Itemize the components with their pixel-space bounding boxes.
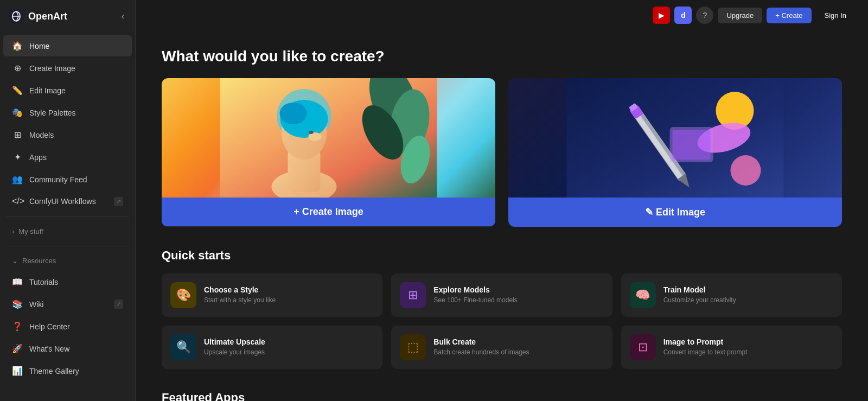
ultimate-upscale-icon: 🔍	[170, 334, 196, 360]
create-image-illustration	[162, 78, 495, 198]
sidebar-item-home-label: Home	[29, 42, 49, 50]
theme-gallery-icon: 📊	[12, 366, 23, 376]
image-to-prompt-text: Image to Prompt Convert image to text pr…	[663, 338, 748, 357]
youtube-button[interactable]: ▶	[653, 7, 670, 24]
edit-image-action-label: ✎ Edit Image	[645, 206, 705, 218]
discord-icon: d	[681, 11, 686, 20]
page-title: What would you like to create?	[162, 48, 842, 65]
sidebar-collapse-button[interactable]: ‹	[119, 9, 126, 23]
sidebar-item-tutorials[interactable]: 📖 Tutorials	[3, 271, 132, 292]
sidebar-item-home[interactable]: 🏠 Home	[3, 35, 132, 56]
edit-image-card[interactable]: ✎ Edit Image	[508, 78, 842, 227]
ultimate-upscale-text: Ultimate Upscale Upscale your images	[204, 338, 265, 357]
quickstart-bulk-create[interactable]: ⬚ Bulk Create Batch create hundreds of i…	[391, 326, 612, 369]
image-to-prompt-desc: Convert image to text prompt	[663, 348, 748, 357]
wiki-external-icon: ↗	[114, 300, 123, 309]
sidebar-item-community-feed-label: Community Feed	[29, 175, 87, 184]
resources-label: Resources	[22, 257, 56, 265]
edit-image-preview	[508, 78, 842, 198]
create-image-card[interactable]: + Create Image	[162, 78, 495, 227]
svg-rect-24	[673, 130, 711, 160]
explore-models-text: Explore Models See 100+ Fine-tuned model…	[433, 285, 517, 305]
my-stuff-section[interactable]: › My stuff	[3, 222, 132, 241]
create-image-action[interactable]: + Create Image	[162, 198, 495, 226]
quickstart-grid: 🎨 Choose a Style Start with a style you …	[162, 273, 842, 369]
sidebar-item-models-label: Models	[29, 131, 54, 139]
bulk-create-desc: Batch create hundreds of images	[433, 348, 529, 357]
image-to-prompt-icon: ⊡	[630, 334, 656, 360]
comfyui-icon: </>	[12, 196, 23, 206]
sidebar-item-tutorials-label: Tutorials	[29, 278, 58, 287]
sidebar-item-theme-gallery[interactable]: 📊 Theme Gallery	[3, 360, 132, 381]
bulk-create-icon: ⬚	[400, 334, 426, 360]
choose-style-icon: 🎨	[170, 282, 196, 308]
my-stuff-chevron: ›	[12, 227, 14, 235]
svg-point-22	[731, 155, 761, 186]
sidebar-item-help-label: Help Center	[29, 322, 70, 331]
ultimate-upscale-desc: Upscale your images	[204, 348, 265, 357]
quickstart-choose-style[interactable]: 🎨 Choose a Style Start with a style you …	[162, 273, 382, 317]
help-button[interactable]: ?	[696, 7, 713, 24]
youtube-icon: ▶	[659, 11, 665, 20]
community-feed-icon: 👥	[12, 174, 23, 184]
sidebar-nav: 🏠 Home ⊕ Create Image ✏️ Edit Image 🎭 St…	[0, 33, 135, 401]
help-center-icon: ❓	[12, 321, 23, 332]
sidebar-item-comfyui-workflows[interactable]: </> ComfyUI Workflows ↗	[3, 191, 132, 212]
quickstart-image-to-prompt[interactable]: ⊡ Image to Prompt Convert image to text …	[621, 326, 842, 369]
sidebar-item-style-palettes-label: Style Palettes	[29, 109, 76, 117]
choose-style-title: Choose a Style	[204, 285, 276, 294]
signin-button[interactable]: Sign In	[816, 8, 855, 23]
create-image-icon: ⊕	[12, 63, 23, 73]
page-wrapper: ▶ d ? Upgrade + Create Sign In What woul…	[136, 0, 868, 401]
create-image-background	[162, 78, 495, 198]
sidebar-item-apps[interactable]: ✦ Apps	[3, 147, 132, 168]
create-button[interactable]: + Create	[767, 8, 811, 23]
quickstart-ultimate-upscale[interactable]: 🔍 Ultimate Upscale Upscale your images	[162, 326, 382, 369]
sidebar-item-wiki-label: Wiki	[29, 300, 43, 309]
image-to-prompt-title: Image to Prompt	[663, 338, 748, 346]
divider-2	[7, 246, 129, 246]
sidebar-item-create-image[interactable]: ⊕ Create Image	[3, 58, 132, 79]
featured-apps-title: Featured Apps	[162, 391, 842, 401]
train-model-text: Train Model Customize your creativity	[663, 285, 736, 305]
sidebar-item-edit-image[interactable]: ✏️ Edit Image	[3, 80, 132, 101]
svg-point-9	[309, 131, 314, 134]
tutorials-icon: 📖	[12, 277, 23, 287]
train-model-title: Train Model	[663, 285, 736, 294]
resources-chevron: ⌄	[12, 257, 18, 265]
choose-style-desc: Start with a style you like	[204, 296, 276, 305]
explore-models-icon: ⊞	[400, 282, 426, 308]
train-model-icon: 🧠	[630, 282, 656, 308]
home-icon: 🏠	[12, 41, 23, 51]
explore-models-desc: See 100+ Fine-tuned models	[433, 296, 517, 305]
upgrade-button[interactable]: Upgrade	[718, 8, 762, 23]
sidebar-item-apps-label: Apps	[29, 153, 47, 162]
edit-image-action[interactable]: ✎ Edit Image	[508, 198, 842, 227]
quickstart-train-model[interactable]: 🧠 Train Model Customize your creativity	[621, 273, 842, 317]
resources-section[interactable]: ⌄ Resources	[3, 251, 132, 270]
svg-point-7	[280, 103, 307, 124]
sidebar-item-community-feed[interactable]: 👥 Community Feed	[3, 169, 132, 190]
sidebar-item-wiki[interactable]: 📚 Wiki ↗	[3, 294, 132, 315]
bulk-create-title: Bulk Create	[433, 338, 529, 346]
divider-1	[7, 217, 129, 217]
app-logo[interactable]: OpenArt ‹	[0, 0, 135, 33]
quickstarts-title: Quick starts	[162, 249, 842, 263]
sidebar-item-comfyui-label: ComfyUI Workflows	[29, 197, 96, 206]
quickstart-explore-models[interactable]: ⊞ Explore Models See 100+ Fine-tuned mod…	[391, 273, 612, 317]
create-image-action-label: + Create Image	[293, 206, 363, 218]
external-link-icon: ↗	[114, 197, 123, 206]
wiki-icon: 📚	[12, 299, 23, 309]
bulk-create-text: Bulk Create Batch create hundreds of ima…	[433, 338, 529, 357]
whats-new-icon: 🚀	[12, 343, 23, 354]
sidebar-item-models[interactable]: ⊞ Models	[3, 124, 132, 145]
app-name: OpenArt	[28, 11, 67, 22]
sidebar-item-whats-new[interactable]: 🚀 What's New	[3, 338, 132, 359]
my-stuff-label: My stuff	[18, 227, 43, 235]
edit-image-illustration	[508, 78, 842, 198]
sidebar-item-style-palettes[interactable]: 🎭 Style Palettes	[3, 102, 132, 123]
discord-button[interactable]: d	[674, 7, 692, 24]
sidebar-item-help-center[interactable]: ❓ Help Center	[3, 316, 132, 337]
apps-icon: ✦	[12, 152, 23, 162]
create-image-preview	[162, 78, 495, 198]
